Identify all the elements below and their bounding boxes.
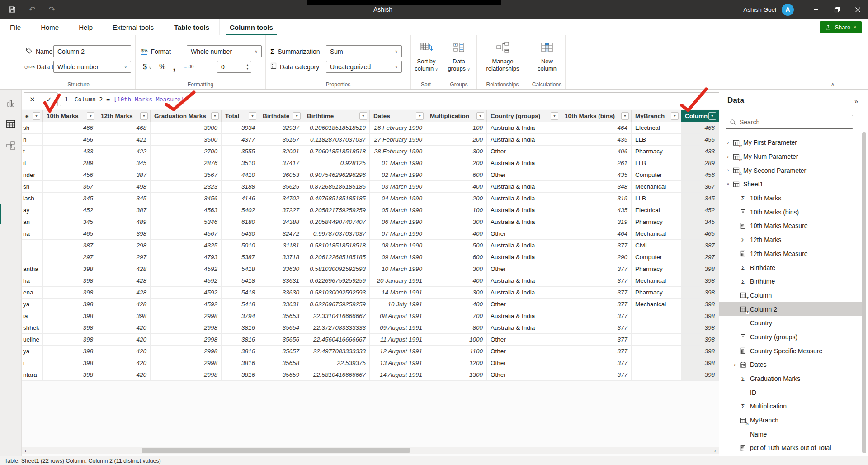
- tab-file[interactable]: File: [0, 19, 31, 35]
- field-item-country-groups-[interactable]: Country (groups): [719, 330, 862, 344]
- filter-button[interactable]: ▼: [211, 112, 219, 120]
- table-cell[interactable]: 01 March 1990: [370, 157, 426, 169]
- table-cell[interactable]: 2998: [151, 357, 222, 369]
- table-cell[interactable]: 31181: [259, 240, 303, 251]
- table-cell[interactable]: 398: [97, 228, 151, 240]
- table-cell[interactable]: i: [22, 357, 43, 369]
- table-cell[interactable]: 300: [426, 263, 487, 275]
- collapse-ribbon-icon[interactable]: ∧: [831, 81, 835, 87]
- save-icon[interactable]: [7, 5, 17, 14]
- table-cell[interactable]: sh: [22, 181, 43, 193]
- table-cell[interactable]: Mechanical: [632, 228, 681, 240]
- table-cell[interactable]: t: [22, 146, 43, 157]
- table-cell[interactable]: 345: [43, 216, 97, 228]
- restore-button[interactable]: [826, 0, 847, 19]
- table-cell[interactable]: 400: [426, 299, 487, 310]
- table-cell[interactable]: 406: [561, 146, 632, 157]
- table-cell[interactable]: Australia & India: [487, 204, 561, 216]
- table-cell[interactable]: 0.497685185185185: [303, 193, 370, 204]
- close-button[interactable]: [847, 0, 868, 19]
- table-cell[interactable]: Other: [487, 169, 561, 181]
- table-cell[interactable]: 4567: [151, 228, 222, 240]
- currency-format-icon[interactable]: $ ∨: [143, 63, 152, 71]
- table-cell[interactable]: 261: [561, 157, 632, 169]
- table-cell[interactable]: 32001: [259, 146, 303, 157]
- field-item-graduation-marks[interactable]: ΣGraduation Marks: [719, 372, 862, 386]
- table-cell[interactable]: 400: [426, 181, 487, 193]
- table-cell[interactable]: 2700: [151, 146, 222, 157]
- table-cell[interactable]: 420: [97, 357, 151, 369]
- chevron-down-icon[interactable]: ∨: [725, 182, 731, 186]
- table-cell[interactable]: 428: [97, 287, 151, 299]
- table-cell[interactable]: Other: [487, 228, 561, 240]
- scroll-left-icon[interactable]: ‹: [22, 448, 29, 453]
- table-cell[interactable]: 348: [561, 181, 632, 193]
- table-cell[interactable]: Other: [487, 369, 561, 381]
- tab-table-tools[interactable]: Table tools: [164, 19, 219, 35]
- field-item-mybranch[interactable]: fxMyBranch: [719, 413, 862, 427]
- table-cell[interactable]: 377: [561, 263, 632, 275]
- share-button[interactable]: Share ∨: [820, 21, 862, 33]
- field-item-id[interactable]: ID: [719, 385, 862, 399]
- table-cell[interactable]: 428: [97, 263, 151, 275]
- field-item-10th-marks-measure[interactable]: 10th Marks Measure: [719, 219, 862, 233]
- table-cell[interactable]: 800: [426, 322, 487, 334]
- table-cell[interactable]: 0.99787037037037: [303, 228, 370, 240]
- table-cell[interactable]: 28 February 1990: [370, 146, 426, 157]
- column-header-m10[interactable]: 10th Marks▼: [43, 110, 97, 122]
- undo-icon[interactable]: ↶: [27, 5, 37, 14]
- table-cell[interactable]: 2998: [151, 322, 222, 334]
- table-cell[interactable]: Pharmacy: [632, 216, 681, 228]
- column-header-birthtime[interactable]: Birthtime▼: [303, 110, 370, 122]
- table-cell[interactable]: 3816: [222, 322, 259, 334]
- column-header-grad[interactable]: Graduation Marks▼: [151, 110, 222, 122]
- field-item-column-2[interactable]: ΣColumn 2: [719, 302, 862, 316]
- column-header-country[interactable]: Country (groups)▼: [487, 110, 561, 122]
- table-cell[interactable]: 200: [426, 134, 487, 146]
- minimize-button[interactable]: [806, 0, 826, 19]
- table-cell[interactable]: 200: [426, 157, 487, 169]
- table-cell[interactable]: Australia & India: [487, 181, 561, 193]
- tab-help[interactable]: Help: [69, 19, 103, 35]
- table-cell[interactable]: Australia & India: [487, 240, 561, 251]
- table-cell[interactable]: 345: [97, 193, 151, 204]
- table-cell[interactable]: [632, 310, 681, 322]
- table-cell[interactable]: 33631: [259, 275, 303, 287]
- table-cell[interactable]: 298: [97, 240, 151, 251]
- table-cell[interactable]: 34702: [259, 193, 303, 204]
- table-cell[interactable]: 35157: [259, 134, 303, 146]
- field-item-country-specific-measure[interactable]: Country Specific Measure: [719, 344, 862, 358]
- model-view-button[interactable]: [0, 136, 22, 156]
- stepper-up-icon[interactable]: ▲: [246, 63, 249, 67]
- chevron-right-icon[interactable]: ›: [731, 362, 738, 367]
- stepper-down-icon[interactable]: ▼: [246, 67, 249, 71]
- table-cell[interactable]: 456: [43, 169, 97, 181]
- filter-button[interactable]: ▼: [416, 112, 424, 120]
- table-cell[interactable]: 289: [43, 157, 97, 169]
- table-cell[interactable]: 5346: [151, 216, 222, 228]
- cancel-formula-icon[interactable]: ✕: [29, 95, 35, 104]
- table-cell[interactable]: 35653: [259, 310, 303, 322]
- table-cell[interactable]: 14 March 1991: [370, 287, 426, 299]
- table-cell[interactable]: ueline: [22, 334, 43, 346]
- table-cell[interactable]: 35659: [259, 369, 303, 381]
- table-cell[interactable]: 289: [681, 157, 719, 169]
- sort-by-column-button[interactable]: Sort bycolumn ∨: [413, 40, 439, 73]
- filter-button[interactable]: ▼: [87, 112, 94, 120]
- field-item-10th-marks-bins-[interactable]: 10th Marks (bins): [719, 205, 862, 219]
- table-cell[interactable]: 13 August 1991: [370, 357, 426, 369]
- table-cell[interactable]: 300: [426, 287, 487, 299]
- table-cell[interactable]: 398: [43, 310, 97, 322]
- field-item-12th-marks-measure[interactable]: 12th Marks Measure: [719, 247, 862, 261]
- table-cell[interactable]: 22.5810416666667: [303, 369, 370, 381]
- filter-button[interactable]: ▼: [708, 112, 716, 120]
- table-cell[interactable]: 377: [561, 240, 632, 251]
- column-header-mult[interactable]: Multiplication▼: [426, 110, 487, 122]
- table-cell[interactable]: 456: [681, 134, 719, 146]
- table-cell[interactable]: 5418: [222, 287, 259, 299]
- table-cell[interactable]: 5402: [222, 204, 259, 216]
- percent-format-icon[interactable]: %: [159, 63, 165, 71]
- table-cell[interactable]: Australia & India: [487, 193, 561, 204]
- table-cell[interactable]: 1200: [426, 357, 487, 369]
- table-cell[interactable]: 464: [561, 122, 632, 134]
